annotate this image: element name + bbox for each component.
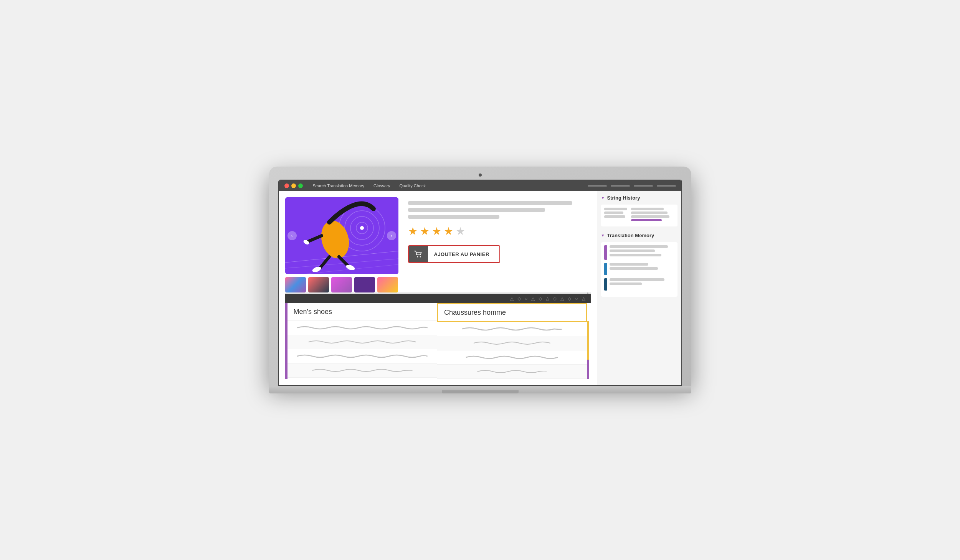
right-header-text: Chaussures homme <box>444 309 506 316</box>
table-row-2-right[interactable] <box>437 336 587 350</box>
toolbar-icon-7[interactable]: ◇ <box>553 296 557 301</box>
thumbnail-3[interactable] <box>331 277 352 292</box>
minimize-button[interactable] <box>291 183 296 188</box>
laptop-body: Search Translation Memory Glossary Quali… <box>269 167 691 386</box>
sh-line-1c <box>604 215 625 218</box>
table-row-4-right[interactable] <box>437 365 587 379</box>
tm-line-3a <box>610 278 665 281</box>
toolbar-icon-6[interactable]: △ <box>546 296 549 301</box>
tm-chevron[interactable]: ▼ <box>601 233 605 238</box>
tm-label: Translation Memory <box>607 233 654 238</box>
title-bar: Search Translation Memory Glossary Quali… <box>279 180 681 191</box>
nav-spacer-2 <box>611 185 630 187</box>
table-columns: Men's shoes <box>288 303 587 379</box>
table-row-2-left[interactable] <box>288 335 437 349</box>
maximize-button[interactable] <box>298 183 303 188</box>
close-button[interactable] <box>284 183 289 188</box>
laptop-screen: Search Translation Memory Glossary Quali… <box>278 180 682 386</box>
toolbar-icon-10[interactable]: ○ <box>575 296 578 301</box>
thumbnail-2[interactable] <box>308 277 329 292</box>
toolbar-icon-4[interactable]: △ <box>531 296 535 301</box>
table-right-header: Chaussures homme <box>437 303 587 322</box>
table-left-column: Men's shoes <box>288 303 438 379</box>
wavy-line-2l <box>294 339 431 345</box>
product-nav-left[interactable]: ‹ <box>288 231 297 240</box>
table-accent-right-yellow <box>587 321 589 360</box>
nav-spacers <box>588 185 676 187</box>
thumbnail-4[interactable] <box>354 277 375 292</box>
tm-line-1c <box>610 254 661 256</box>
product-details: ★ ★ ★ ★ ★ <box>408 197 591 292</box>
nav-quality-check[interactable]: Quality Check <box>399 183 425 188</box>
table-row-1-left[interactable] <box>288 321 437 335</box>
sh-line-purple <box>631 219 662 221</box>
svg-point-15 <box>420 256 421 258</box>
sh-line-r1a <box>631 208 664 210</box>
wavy-line-3l <box>294 353 431 359</box>
sh-line-1b <box>604 211 623 214</box>
nav-spacer-1 <box>588 185 607 187</box>
tm-lines-3 <box>610 278 674 291</box>
add-to-cart-label: AJOUTER AU PANIER <box>428 247 496 262</box>
toolbar-icon-5[interactable]: ◇ <box>539 296 542 301</box>
tm-bar-1 <box>604 245 607 260</box>
sh-line-1a <box>604 208 627 210</box>
svg-point-5 <box>360 226 364 230</box>
left-header-text: Men's shoes <box>294 308 332 316</box>
tm-row-1 <box>604 245 674 260</box>
tm-bar-3 <box>604 278 607 291</box>
title-bar-nav: Search Translation Memory Glossary Quali… <box>313 183 426 188</box>
toolbar-divider: △ ◇ ○ △ ◇ △ ◇ △ ◇ ○ △ <box>285 294 591 303</box>
table-row-4-left[interactable] <box>288 363 437 378</box>
table-accent-right-purple <box>587 360 589 379</box>
nav-search-tm[interactable]: Search Translation Memory <box>313 183 365 188</box>
tm-line-1a <box>610 245 668 248</box>
wavy-line-2r <box>443 340 581 346</box>
translation-table: Men's shoes <box>285 303 591 379</box>
table-row-1-right[interactable] <box>437 322 587 336</box>
nav-glossary[interactable]: Glossary <box>373 183 390 188</box>
table-row-3-right[interactable] <box>437 350 587 365</box>
screen-content: ‹ › <box>279 191 681 385</box>
toolbar-icon-8[interactable]: △ <box>560 296 564 301</box>
nav-spacer-3 <box>634 185 653 187</box>
tm-lines-1 <box>610 245 674 260</box>
toolbar-icon-2[interactable]: ◇ <box>517 296 521 301</box>
tm-content <box>601 242 677 297</box>
sh-line-r1b <box>631 211 668 214</box>
svg-point-14 <box>417 256 418 258</box>
toolbar-icon-1[interactable]: △ <box>510 296 514 301</box>
table-row-3-left[interactable] <box>288 349 437 363</box>
resize-dot <box>587 292 588 294</box>
star-1: ★ <box>408 225 418 238</box>
string-history-chevron[interactable]: ▼ <box>601 196 605 200</box>
sh-row-1 <box>604 208 674 221</box>
sidebar: ▼ String History <box>597 191 681 385</box>
tm-line-2a <box>610 263 648 266</box>
wavy-line-4r <box>443 368 581 375</box>
add-to-cart-button[interactable]: AJOUTER AU PANIER <box>408 245 500 263</box>
star-3: ★ <box>432 225 441 238</box>
product-nav-right[interactable]: › <box>387 231 396 240</box>
translation-memory-title: ▼ Translation Memory <box>601 233 677 238</box>
table-right-accents <box>587 303 591 379</box>
table-right-column: Chaussures homme <box>437 303 587 379</box>
main-area: ‹ › <box>279 191 597 385</box>
product-illustration <box>285 197 398 274</box>
cart-svg <box>414 251 423 258</box>
tm-bar-2 <box>604 263 607 275</box>
toolbar-icon-3[interactable]: ○ <box>525 296 527 301</box>
tm-lines-2 <box>610 263 674 275</box>
translation-memory-section: ▼ Translation Memory <box>601 233 677 297</box>
toolbar-icon-9[interactable]: ◇ <box>568 296 571 301</box>
star-5: ★ <box>456 225 465 238</box>
accent-spacer <box>587 303 591 321</box>
sh-line-r1c <box>631 215 669 218</box>
string-history-title: ▼ String History <box>601 195 677 201</box>
traffic-lights <box>284 183 303 188</box>
toolbar-icon-11[interactable]: △ <box>582 296 585 301</box>
wavy-line-1r <box>443 326 581 332</box>
thumbnail-5[interactable] <box>377 277 398 292</box>
product-stars: ★ ★ ★ ★ ★ <box>408 225 591 238</box>
thumbnail-1[interactable] <box>285 277 306 292</box>
